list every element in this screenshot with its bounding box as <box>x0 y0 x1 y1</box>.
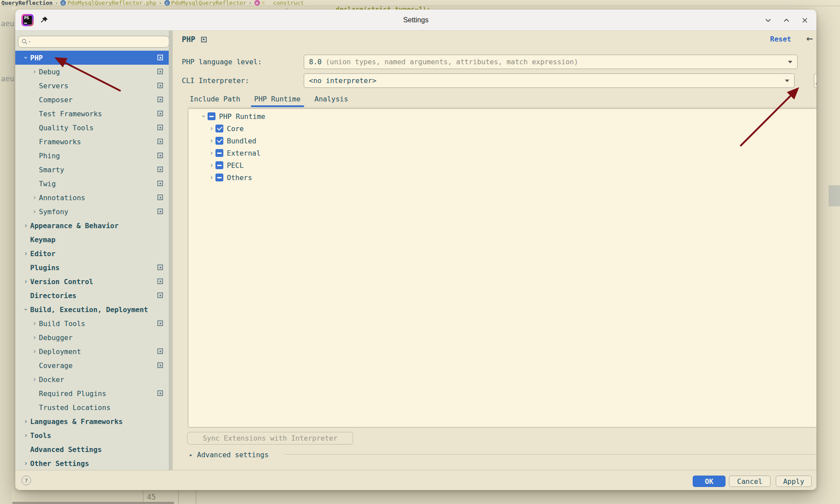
expander-triangle-icon[interactable]: ▸ <box>189 452 193 458</box>
breadcrumb-item[interactable]: PdoMysqlQueryReflector <box>171 0 246 6</box>
chevron-collapsed-icon[interactable]: › <box>208 161 215 169</box>
tree-item-external[interactable]: › External <box>188 147 816 159</box>
checkbox-checked-icon[interactable] <box>215 125 223 132</box>
settings-tree: ›PHP ›Debug Servers Composer Test Framew… <box>15 51 169 470</box>
sidebar-item-frameworks[interactable]: Frameworks <box>15 135 169 149</box>
chevron-expanded-icon[interactable]: › <box>200 112 208 120</box>
tree-item-pecl[interactable]: › PECL <box>188 159 816 171</box>
sidebar-item-docker[interactable]: ›Docker <box>15 372 169 386</box>
sidebar-item-deployment[interactable]: ›Deployment <box>15 344 169 358</box>
editor-scrollbar-fragment <box>829 185 840 206</box>
settings-node-icon <box>157 125 163 130</box>
search-input[interactable] <box>32 36 169 47</box>
tree-item-bundled[interactable]: › Bundled <box>188 135 816 147</box>
checkbox-partial-icon[interactable] <box>215 161 223 169</box>
chevron-collapsed-icon[interactable]: › <box>30 68 39 76</box>
sidebar-item-php[interactable]: ›PHP <box>15 51 172 65</box>
chevron-collapsed-icon[interactable]: › <box>208 174 215 181</box>
cli-interpreter-select[interactable]: <no interpreter> <box>304 73 795 88</box>
chevron-expanded-icon[interactable]: › <box>22 305 30 314</box>
cancel-button[interactable]: Cancel <box>729 476 771 487</box>
sidebar-item-plugins[interactable]: Plugins <box>15 261 169 275</box>
sidebar-item-smarty[interactable]: Smarty <box>15 163 169 177</box>
sidebar-item-appearance-behavior[interactable]: ›Appearance & Behavior <box>15 219 169 233</box>
sidebar-item-composer[interactable]: Composer <box>15 93 169 107</box>
search-options-caret-icon[interactable]: ▾ <box>28 40 31 44</box>
reset-link[interactable]: Reset <box>770 35 791 43</box>
chevron-collapsed-icon[interactable]: › <box>208 137 215 145</box>
checkbox-partial-icon[interactable] <box>215 149 223 157</box>
checkbox-checked-icon[interactable] <box>215 137 223 145</box>
back-arrow-icon[interactable]: ← <box>806 34 813 43</box>
sidebar-item-keymap[interactable]: Keymap <box>15 233 169 247</box>
sidebar-item-annotations[interactable]: ›Annotations <box>15 191 169 205</box>
chevron-collapsed-icon[interactable]: › <box>21 459 30 467</box>
sidebar-item-directories[interactable]: Directories <box>15 288 169 302</box>
tab-include-path[interactable]: Include Path <box>188 92 242 106</box>
sidebar-item-debugger[interactable]: ›Debugger <box>15 330 169 344</box>
tab-analysis[interactable]: Analysis <box>313 92 350 106</box>
sidebar-item-coverage[interactable]: Coverage <box>15 358 169 372</box>
key-icon: ⚿ <box>262 0 265 6</box>
chevron-collapsed-icon[interactable]: › <box>21 431 30 439</box>
close-icon[interactable] <box>801 16 809 24</box>
chevron-collapsed-icon[interactable]: › <box>21 278 30 285</box>
help-button[interactable]: ? <box>21 476 31 485</box>
code-fold-icon: › <box>285 6 288 10</box>
tree-item-php-runtime[interactable]: › PHP Runtime <box>188 110 816 122</box>
chevron-collapsed-icon[interactable]: › <box>21 250 30 257</box>
sidebar-item-build-tools[interactable]: ›Build Tools <box>15 316 169 330</box>
settings-dialog: PS Settings ▾ <box>15 10 816 490</box>
tree-item-others[interactable]: › Others <box>188 171 816 184</box>
sidebar-item-symfony[interactable]: ›Symfony <box>15 205 169 219</box>
sync-extensions-button[interactable]: Sync Extensions with Interpreter <box>187 432 353 445</box>
tab-php-runtime[interactable]: PHP Runtime <box>253 92 302 106</box>
language-level-select[interactable]: 8.0 (union types, named arguments, attri… <box>304 55 798 69</box>
apply-button[interactable]: Apply <box>776 476 812 487</box>
sidebar-item-servers[interactable]: Servers <box>15 79 169 93</box>
checkbox-partial-icon[interactable] <box>208 112 215 120</box>
breadcrumb: QueryReflection › c PdoMysqlQueryReflect… <box>0 0 840 6</box>
sidebar-scrollbar[interactable] <box>169 31 172 470</box>
sidebar-item-version-control[interactable]: ›Version Control <box>15 275 169 288</box>
sidebar-item-test-frameworks[interactable]: Test Frameworks <box>15 107 169 121</box>
chevron-collapsed-icon[interactable]: › <box>30 194 39 202</box>
chevron-collapsed-icon[interactable]: › <box>30 375 39 383</box>
sidebar-item-required-plugins[interactable]: Required Plugins <box>15 386 169 400</box>
sidebar-item-twig[interactable]: Twig <box>15 177 169 191</box>
breadcrumb-item[interactable]: PdoMysqlQueryReflector.php <box>67 0 156 6</box>
checkbox-partial-icon[interactable] <box>215 174 223 181</box>
dialog-titlebar[interactable]: PS Settings <box>15 10 816 31</box>
minimize-chevron-down-icon[interactable] <box>764 16 772 24</box>
sidebar-item-trusted-locations[interactable]: Trusted Locations <box>15 400 169 414</box>
sidebar-item-other-settings[interactable]: ›Other Settings <box>15 456 169 470</box>
chevron-collapsed-icon[interactable]: › <box>30 348 39 355</box>
chevron-collapsed-icon[interactable]: › <box>21 222 30 229</box>
maximize-chevron-up-icon[interactable] <box>782 16 790 24</box>
sidebar-item-quality-tools[interactable]: Quality Tools <box>15 121 169 135</box>
chevron-collapsed-icon[interactable]: › <box>30 334 39 341</box>
sidebar-item-tools[interactable]: ›Tools <box>15 428 169 442</box>
settings-node-icon <box>157 278 163 284</box>
sidebar-item-phing[interactable]: Phing <box>15 149 169 163</box>
chevron-expanded-icon[interactable]: › <box>22 53 30 62</box>
breadcrumb-item[interactable]: __construct <box>266 0 304 6</box>
dropdown-arrow-icon <box>788 61 792 63</box>
browse-interpreters-button[interactable]: ... <box>814 73 816 88</box>
chevron-collapsed-icon[interactable]: › <box>30 208 39 216</box>
sidebar-item-advanced-settings[interactable]: Advanced Settings <box>15 442 169 456</box>
tree-item-core[interactable]: › Core <box>188 122 816 135</box>
chevron-collapsed-icon[interactable]: › <box>208 149 215 157</box>
sidebar-item-build-execution-deployment[interactable]: ›Build, Execution, Deployment <box>15 302 169 316</box>
chevron-collapsed-icon[interactable]: › <box>30 320 39 327</box>
ok-button[interactable]: OK <box>693 476 725 487</box>
advanced-settings-expander[interactable]: Advanced settings <box>197 451 269 459</box>
language-level-note: (union types, named arguments, attribute… <box>326 58 578 66</box>
settings-search-box[interactable]: ▾ <box>18 36 169 48</box>
sidebar-item-editor[interactable]: ›Editor <box>15 247 169 261</box>
chevron-collapsed-icon[interactable]: › <box>21 417 30 425</box>
sidebar-item-debug[interactable]: ›Debug <box>15 65 169 79</box>
chevron-collapsed-icon[interactable]: › <box>208 125 215 132</box>
breadcrumb-item[interactable]: QueryReflection <box>1 0 52 6</box>
sidebar-item-languages-frameworks[interactable]: ›Languages & Frameworks <box>15 414 169 428</box>
